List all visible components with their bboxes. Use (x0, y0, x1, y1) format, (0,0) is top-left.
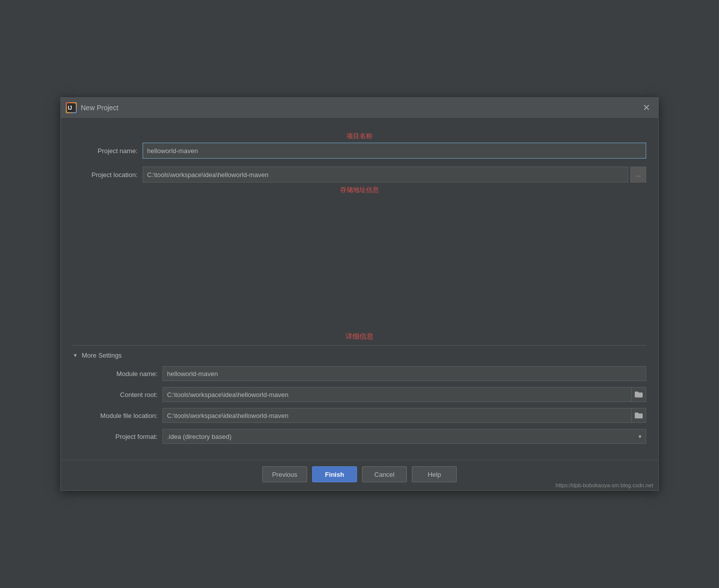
content-root-field (163, 387, 646, 402)
watermark: https://dpb-bobokaoya-sm.blog.csdn.net (555, 482, 653, 488)
project-format-row: Project format: .idea (directory based) … (73, 429, 646, 444)
module-file-row: Module file location: (73, 408, 646, 423)
project-format-select[interactable]: .idea (directory based) .ipr (file based… (163, 429, 634, 444)
module-file-input[interactable] (163, 408, 631, 423)
project-name-label: Project name: (73, 147, 143, 155)
module-file-field (163, 408, 646, 423)
help-button[interactable]: Help (412, 466, 457, 482)
location-annotation: 存储地址信息 (340, 186, 379, 195)
title-bar: IJ New Project ✕ (61, 98, 658, 118)
more-settings-label: More Settings (82, 352, 122, 359)
svg-text:IJ: IJ (68, 105, 72, 111)
content-root-row: Content root: (73, 387, 646, 402)
more-settings-section: ▼ More Settings Module name: Content roo… (73, 345, 646, 444)
close-button[interactable]: ✕ (639, 101, 653, 115)
browse-button[interactable]: ... (630, 167, 646, 183)
folder-icon (635, 392, 643, 397)
project-format-dropdown[interactable]: .idea (directory based) .ipr (file based… (163, 429, 646, 444)
browse-icon: ... (636, 171, 641, 178)
cancel-button[interactable]: Cancel (362, 466, 407, 482)
module-name-input[interactable] (163, 366, 646, 381)
dialog-title: New Project (81, 104, 118, 112)
new-project-dialog: IJ New Project ✕ 项目名称 Project name: Proj… (60, 97, 659, 491)
dropdown-arrow-icon: ▼ (634, 429, 646, 444)
project-location-input[interactable] (143, 167, 628, 183)
project-location-label: Project location: (73, 171, 143, 179)
project-name-input[interactable] (143, 143, 646, 159)
title-bar-left: IJ New Project (66, 102, 118, 113)
empty-space (73, 183, 646, 332)
module-file-label: Module file location: (73, 412, 163, 419)
module-name-row: Module name: (73, 366, 646, 381)
project-format-label: Project format: (73, 433, 163, 440)
project-location-row: Project location: ... 存储地址信息 (73, 167, 646, 183)
module-file-browse-button[interactable] (631, 408, 646, 423)
dialog-content: 项目名称 Project name: Project location: ...… (61, 118, 658, 460)
app-icon: IJ (66, 102, 77, 113)
finish-button[interactable]: Finish (312, 466, 357, 482)
project-name-row: 项目名称 Project name: (73, 143, 646, 159)
content-root-browse-button[interactable] (631, 387, 646, 402)
more-settings-header[interactable]: ▼ More Settings (73, 352, 646, 359)
project-name-annotation: 项目名称 (347, 132, 372, 141)
content-root-input[interactable] (163, 387, 631, 402)
content-root-label: Content root: (73, 391, 163, 398)
collapse-icon: ▼ (73, 353, 78, 358)
folder-icon-2 (635, 412, 643, 418)
previous-button[interactable]: Previous (262, 466, 307, 482)
module-name-label: Module name: (73, 370, 163, 378)
dialog-footer: Previous Finish Cancel Help https://dpb-… (61, 460, 658, 490)
details-annotation: 详细信息 (73, 332, 646, 341)
